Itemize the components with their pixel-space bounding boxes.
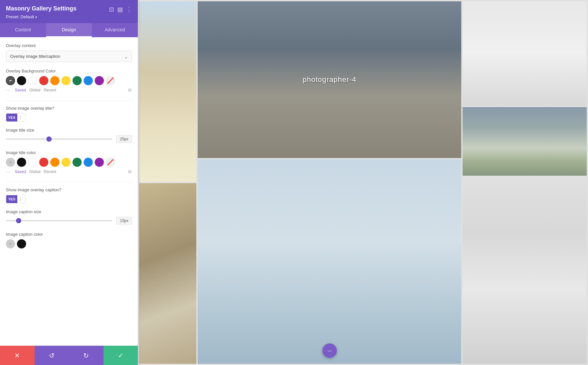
image-title-size-value: 25px	[116, 135, 132, 143]
title-color-none[interactable]	[106, 158, 115, 167]
layout-icon[interactable]: ▤	[117, 6, 123, 13]
title-color-black[interactable]	[17, 158, 26, 167]
color-tab-recent[interactable]: Recent	[44, 88, 56, 92]
title-color-tab-global[interactable]: Global	[29, 169, 41, 174]
show-overlay-title-toggle-row: YES	[6, 113, 132, 122]
gallery-image-3	[463, 1, 587, 106]
gallery-overlay-text: photographer-4	[302, 75, 356, 84]
show-overlay-caption-toggle-row: YES	[6, 195, 132, 203]
show-overlay-title-label: Show image overlay title?	[6, 106, 132, 111]
title-color-tab-saved[interactable]: Saved	[15, 169, 26, 174]
gallery-image-6	[463, 107, 587, 176]
tab-design[interactable]: Design	[46, 23, 92, 37]
image-title-color-tabs-row: ··· Saved Global Recent ⚙	[6, 169, 132, 175]
title-eyedropper-icon[interactable]: ✒	[6, 158, 15, 167]
color-black[interactable]	[17, 76, 26, 85]
show-overlay-caption-toggle[interactable]: YES	[6, 195, 25, 203]
image-title-size-section: Image title size 25px	[6, 128, 132, 143]
show-overlay-title-toggle[interactable]: YES	[6, 113, 25, 122]
image-title-size-slider-row: 25px	[6, 135, 132, 143]
divider-2	[6, 182, 132, 182]
color-orange[interactable]	[50, 76, 59, 85]
image-title-color-label: Image title color	[6, 150, 132, 155]
toggle-yes-label: YES	[6, 114, 17, 121]
panel-title: Masonry Gallery Settings	[6, 5, 76, 12]
gallery-image-1	[139, 1, 196, 182]
image-title-color-section: Image title color ✒ ··· Saved Global Rec…	[6, 150, 132, 175]
tab-advanced[interactable]: Advanced	[92, 23, 138, 37]
gallery-area: photographer-4	[138, 0, 588, 365]
show-overlay-caption-label: Show image overlay caption?	[6, 187, 132, 192]
settings-panel: Masonry Gallery Settings ⊡ ▤ ⋮ Preset: D…	[0, 0, 138, 365]
caption-toggle-yes-label: YES	[6, 195, 17, 203]
caption-toggle-handle	[17, 195, 24, 203]
gallery-image-5	[198, 159, 461, 364]
caption-eyedropper-icon[interactable]: ✒	[6, 239, 15, 248]
color-dots-icon[interactable]: ···	[6, 87, 10, 93]
image-caption-size-value: 10px	[116, 217, 132, 225]
title-color-settings-icon[interactable]: ⚙	[128, 169, 132, 174]
color-tab-global[interactable]: Global	[29, 88, 41, 92]
close-button[interactable]: ✕	[0, 346, 35, 365]
image-caption-size-label: Image caption size	[6, 209, 132, 214]
title-color-white[interactable]	[28, 158, 37, 167]
image-title-color-picker-row: ✒	[6, 158, 132, 167]
title-color-green[interactable]	[73, 158, 82, 167]
title-color-dots-icon[interactable]: ···	[6, 169, 10, 175]
overlay-content-select[interactable]: Overlay image title/caption	[6, 51, 132, 62]
overlay-bg-color-label: Overlay Background Color	[6, 69, 132, 73]
title-color-yellow[interactable]	[61, 158, 71, 167]
panel-header: Masonry Gallery Settings ⊡ ▤ ⋮ Preset: D…	[0, 0, 138, 23]
overlay-content-select-wrapper: Overlay image title/caption	[6, 51, 132, 62]
panel-tabs: Content Design Advanced	[0, 23, 138, 37]
image-caption-size-section: Image caption size 10px	[6, 209, 132, 225]
image-caption-color-label: Image caption color	[6, 232, 132, 237]
overlay-bg-color-tabs-row: ··· Saved Global Recent ⚙	[6, 87, 132, 93]
gallery-more-button[interactable]	[322, 343, 337, 358]
save-button[interactable]: ✓	[104, 346, 138, 365]
title-color-purple[interactable]	[95, 158, 104, 167]
image-caption-color-picker-row: ✒	[6, 239, 132, 248]
tab-content[interactable]: Content	[0, 23, 46, 37]
color-red[interactable]	[39, 76, 48, 85]
preset-arrow-icon[interactable]: ▾	[35, 15, 37, 19]
redo-button[interactable]: ↻	[69, 346, 104, 365]
panel-preset: Preset: Default ▾	[6, 14, 132, 19]
color-tab-saved[interactable]: Saved	[15, 88, 26, 92]
more-options-icon[interactable]: ⋮	[126, 6, 132, 13]
toggle-handle	[17, 114, 24, 121]
eyedropper-icon[interactable]	[6, 76, 15, 85]
title-color-tab-recent[interactable]: Recent	[44, 169, 56, 174]
gallery-image-7	[463, 177, 587, 364]
title-color-red[interactable]	[39, 158, 48, 167]
caption-color-black[interactable]	[17, 239, 26, 248]
color-purple[interactable]	[95, 76, 104, 85]
panel-bottom-bar: ✕ ↺ ↻ ✓	[0, 345, 138, 365]
color-yellow[interactable]	[61, 76, 71, 85]
gallery-image-4	[139, 183, 196, 364]
gallery-image-2-overlay	[198, 1, 461, 158]
title-color-orange[interactable]	[50, 158, 59, 167]
image-caption-size-slider[interactable]	[6, 220, 112, 221]
overlay-bg-color-picker-row	[6, 76, 132, 85]
title-color-blue[interactable]	[84, 158, 93, 167]
image-title-size-label: Image title size	[6, 128, 132, 133]
undo-button[interactable]: ↺	[35, 346, 69, 365]
overlay-bg-color-section: Overlay Background Color ··· Saved Globa…	[6, 69, 132, 93]
gallery-image-2: photographer-4	[198, 1, 461, 158]
image-caption-color-section: Image caption color ✒	[6, 232, 132, 248]
panel-header-icons: ⊡ ▤ ⋮	[109, 6, 132, 13]
expand-icon[interactable]: ⊡	[109, 6, 114, 13]
color-settings-icon[interactable]: ⚙	[128, 87, 132, 93]
color-blue[interactable]	[84, 76, 93, 85]
image-title-size-slider[interactable]	[6, 138, 112, 140]
panel-body: Overlay content Overlay image title/capt…	[0, 37, 138, 365]
image-caption-size-slider-row: 10px	[6, 217, 132, 225]
color-none[interactable]	[106, 76, 115, 85]
divider-1	[6, 100, 132, 101]
color-white[interactable]	[28, 76, 37, 85]
overlay-content-label: Overlay content	[6, 43, 132, 48]
color-green[interactable]	[73, 76, 82, 85]
